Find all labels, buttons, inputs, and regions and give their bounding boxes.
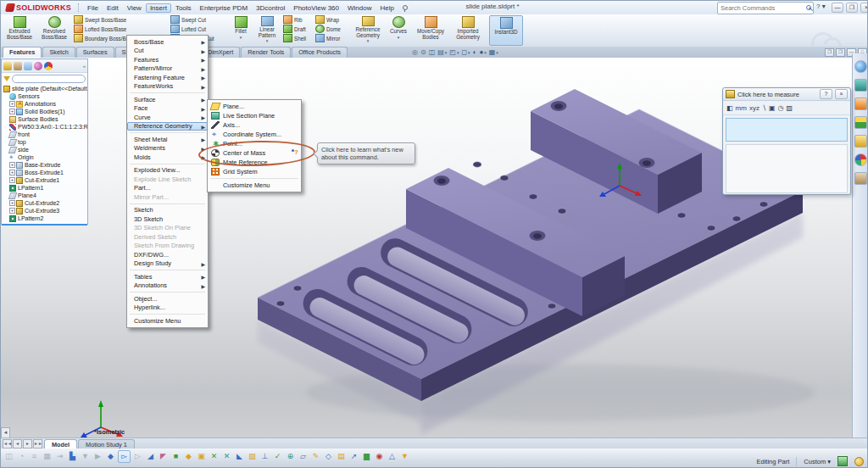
tags-icon[interactable] bbox=[837, 456, 848, 466]
expand-icon[interactable]: + bbox=[9, 177, 15, 183]
ribbon-tab[interactable]: Features bbox=[3, 47, 42, 58]
status-toolbar-icon[interactable]: ▨ bbox=[247, 451, 258, 462]
status-toolbar-icon[interactable]: ≡ bbox=[29, 451, 40, 462]
move-copy-bodies-button[interactable]: Move/Copy Bodies bbox=[413, 15, 448, 44]
zoom-fit-icon[interactable]: ◎▾ bbox=[411, 48, 419, 57]
tab-overflow-icon[interactable]: » bbox=[83, 64, 86, 69]
expand-icon[interactable]: + bbox=[9, 109, 15, 114]
menu-item[interactable]: ▶ bbox=[130, 270, 205, 270]
menu-item[interactable]: Reference Geometry ▶ bbox=[127, 122, 208, 131]
tree-item[interactable]: + side bbox=[3, 146, 87, 153]
close-button[interactable]: × bbox=[860, 3, 868, 13]
menu-item[interactable]: Edit bbox=[103, 3, 123, 13]
status-toolbar-icon[interactable]: ↗ bbox=[348, 451, 359, 462]
menu-item[interactable]: Insert bbox=[146, 3, 171, 13]
status-toolbar-icon[interactable]: ⇥ bbox=[54, 451, 65, 462]
menu-item[interactable]: FeatureWorks ▶ bbox=[127, 82, 208, 92]
status-toolbar-icon[interactable]: ▆ bbox=[361, 451, 372, 462]
dimxpert-tab-icon[interactable] bbox=[34, 62, 42, 70]
menu-item[interactable]: Axis... ? bbox=[208, 120, 301, 130]
restore-button[interactable]: ❐ bbox=[846, 3, 858, 13]
doc-restore-icon[interactable]: ❐ bbox=[825, 48, 834, 57]
menu-item[interactable]: ▶ bbox=[130, 314, 205, 315]
tree-item[interactable]: + LPattern1 bbox=[3, 184, 87, 192]
tree-item[interactable]: + Sensors bbox=[3, 92, 87, 100]
status-toolbar-icon[interactable]: ▶ bbox=[92, 451, 103, 462]
tree-item[interactable]: + PW50:3:An0:-1:C1:1:2:3:Re:1 bbox=[3, 123, 87, 131]
fillet-button[interactable]: Fillet▾ bbox=[229, 15, 253, 44]
tree-item[interactable]: + Solid Bodies(1) bbox=[3, 108, 87, 115]
tree-item[interactable]: + Boss-Extrude1 bbox=[3, 169, 87, 176]
measure-close-button[interactable]: × bbox=[835, 89, 848, 99]
menu-item[interactable]: Pattern/Mirror ▶ bbox=[127, 64, 208, 74]
menu-item[interactable]: 3Dcontrol bbox=[252, 3, 289, 13]
ribbon-tab[interactable]: Surfaces bbox=[76, 47, 114, 58]
menu-item[interactable]: Molds ▶ bbox=[127, 153, 208, 162]
apply-scene-icon[interactable]: ●▾ bbox=[478, 48, 487, 57]
tree-filter-input[interactable] bbox=[12, 75, 86, 83]
tree-item[interactable]: + Cut-Extrude2 bbox=[3, 199, 87, 207]
tree-item[interactable]: + LPattern2 bbox=[3, 214, 87, 222]
status-toolbar-icon[interactable]: △ bbox=[387, 451, 398, 462]
units-icon[interactable]: mm bbox=[736, 104, 747, 112]
view-orientation-icon[interactable]: ▤▾ bbox=[437, 48, 448, 57]
menu-item[interactable]: Annotations ▶ bbox=[127, 281, 208, 291]
instant3d-toggle[interactable]: Instant3D bbox=[489, 15, 523, 46]
display-manager-tab-icon[interactable] bbox=[44, 62, 53, 70]
status-toolbar-icon[interactable]: ✎ bbox=[310, 451, 321, 462]
measure-help-button[interactable]: ? bbox=[820, 89, 832, 99]
imported-geometry-button[interactable]: Imported Geometry bbox=[450, 15, 486, 44]
reference-geometry-button[interactable]: Reference Geometry▾ bbox=[350, 15, 386, 44]
menu-item[interactable]: Enterprise PDM bbox=[196, 3, 252, 13]
curves-button[interactable]: Curves▾ bbox=[387, 15, 410, 44]
ribbon-tab[interactable]: Render Tools bbox=[241, 47, 291, 58]
measure-history-icon[interactable]: ◷ bbox=[778, 104, 784, 112]
zoom-area-icon[interactable]: ⊙▾ bbox=[420, 48, 427, 57]
menu-item[interactable]: Cut ▶ bbox=[127, 47, 208, 56]
menu-item[interactable]: Customize Menu ? bbox=[208, 181, 301, 190]
expand-icon[interactable]: + bbox=[9, 162, 15, 168]
menu-item[interactable]: Sketch ▶ bbox=[127, 206, 208, 215]
menu-item[interactable]: Sketch From Drawing ▶ bbox=[127, 242, 208, 251]
quick-tips-icon[interactable] bbox=[854, 457, 864, 466]
ribbon-button[interactable]: Rib bbox=[283, 15, 314, 24]
ribbon-tab[interactable]: Sketch bbox=[42, 47, 75, 58]
ribbon-button[interactable]: Dome bbox=[315, 25, 348, 33]
status-toolbar-icon[interactable]: ■ bbox=[170, 451, 181, 462]
menu-item[interactable]: ▶ bbox=[130, 292, 205, 292]
status-toolbar-icon[interactable]: ▤ bbox=[336, 451, 347, 462]
menu-item[interactable]: Tables ▶ bbox=[127, 272, 208, 281]
arc-measure-icon[interactable]: ◧ bbox=[726, 104, 733, 112]
status-toolbar-icon[interactable]: ◫ bbox=[3, 451, 14, 462]
menu-item[interactable]: 3D Sketch ▶ bbox=[127, 214, 208, 224]
status-toolbar-icon[interactable]: ◔ bbox=[16, 451, 27, 462]
tree-item[interactable]: + Cut-Extrude1 bbox=[3, 176, 87, 184]
tree-item[interactable]: + front bbox=[3, 131, 87, 138]
status-toolbar-icon[interactable]: ▼ bbox=[80, 451, 91, 462]
menu-item[interactable]: DXF/DWG... ▶ bbox=[127, 250, 208, 259]
menu-item[interactable]: Face ▶ bbox=[127, 104, 208, 114]
search-box[interactable]: ▾ bbox=[717, 2, 814, 14]
tree-item[interactable]: + Annotations bbox=[3, 100, 87, 108]
status-toolbar-icon[interactable]: ⊕ bbox=[285, 451, 296, 462]
revolved-boss-button[interactable]: Revolved Boss/Base bbox=[37, 15, 71, 44]
status-toolbar-icon[interactable]: ✕ bbox=[221, 451, 232, 462]
menu-item[interactable]: Sheet Metal ▶ bbox=[127, 135, 208, 144]
menu-item[interactable]: Coordinate System... ? bbox=[208, 130, 301, 139]
menu-item[interactable]: Weldments ▶ bbox=[127, 144, 208, 153]
extruded-boss-button[interactable]: Extruded Boss/Base bbox=[3, 15, 36, 44]
tree-item[interactable]: + Origin bbox=[3, 153, 87, 161]
custom-properties-icon[interactable] bbox=[854, 172, 867, 185]
search-icon[interactable] bbox=[805, 4, 806, 12]
menu-item[interactable]: 3D Sketch On Plane ▶ bbox=[127, 224, 208, 233]
status-toolbar-icon[interactable]: ▼ bbox=[399, 451, 410, 462]
menu-item[interactable]: ▶ bbox=[130, 132, 205, 133]
measure-selection-box[interactable] bbox=[726, 118, 848, 142]
menu-item[interactable]: Surface ▶ bbox=[127, 95, 208, 104]
hide-show-items-icon[interactable]: ◻▾ bbox=[460, 48, 470, 57]
status-toolbar-icon[interactable]: ◆ bbox=[105, 451, 116, 462]
menu-item[interactable]: Derived Sketch ▶ bbox=[127, 232, 208, 242]
status-toolbar-icon[interactable]: ✕ bbox=[209, 451, 220, 462]
view-settings-icon[interactable]: ▦▾ bbox=[488, 48, 499, 57]
ribbon-button[interactable]: Lofted Boss/Base bbox=[74, 25, 143, 33]
